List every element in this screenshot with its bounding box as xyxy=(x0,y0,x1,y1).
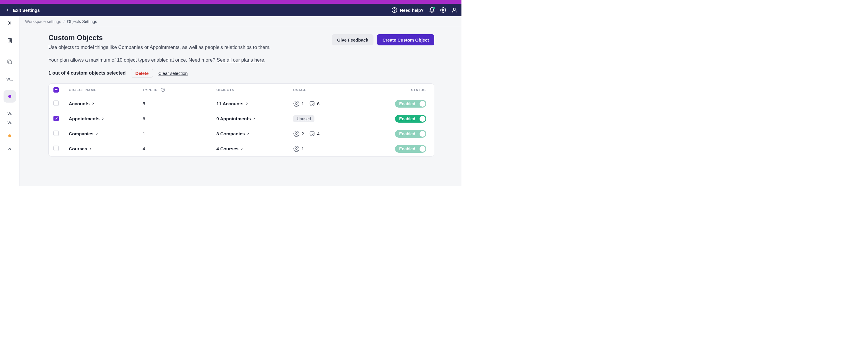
objects-count-link[interactable]: 0 Appointments xyxy=(216,116,256,121)
usage-people-count: 1 xyxy=(302,101,304,106)
breadcrumb-current: Objects Settings xyxy=(67,19,97,24)
sidebar-label-3[interactable]: W. xyxy=(7,120,12,125)
help-circle-icon[interactable] xyxy=(161,88,165,92)
plan-suffix: . xyxy=(264,57,266,63)
object-name-link[interactable]: Appointments xyxy=(69,116,104,121)
building-icon xyxy=(7,38,13,44)
purple-dot-icon xyxy=(8,95,11,98)
type-id: 1 xyxy=(143,131,216,137)
sidebar-item-orange[interactable] xyxy=(4,134,16,138)
main-area: Workspace settings / Objects Settings Cu… xyxy=(20,16,461,186)
usage-cell: 1 xyxy=(293,146,382,152)
copy-icon xyxy=(7,59,13,65)
status-toggle[interactable]: Enabled xyxy=(395,145,426,153)
usage-cell: 1 6 xyxy=(293,101,382,107)
object-name-label: Companies xyxy=(69,131,94,137)
svg-point-18 xyxy=(296,132,297,134)
ticket-icon xyxy=(309,131,315,137)
plan-line: Your plan allows a maximum of 10 object … xyxy=(49,57,271,63)
select-all-checkbox[interactable] xyxy=(54,87,59,93)
usage-cell: 2 4 xyxy=(293,131,382,137)
status-toggle[interactable]: Enabled xyxy=(395,130,426,138)
status-label: Enabled xyxy=(399,146,415,151)
svg-point-20 xyxy=(294,146,299,151)
create-custom-object-button[interactable]: Create Custom Object xyxy=(377,34,434,45)
sidebar-label-1[interactable]: W... xyxy=(6,77,13,81)
user-dashed-circle-icon xyxy=(293,101,300,107)
object-name-link[interactable]: Companies xyxy=(69,131,99,137)
usage-cell: Unused xyxy=(293,115,382,122)
user-icon xyxy=(452,7,457,13)
row-checkbox[interactable] xyxy=(54,101,59,106)
sidebar-item-copy[interactable] xyxy=(4,56,16,68)
user-dashed-circle-icon xyxy=(293,131,300,137)
status-label: Enabled xyxy=(399,132,415,136)
plan-prefix: Your plan allows a maximum of 10 object … xyxy=(49,57,217,63)
profile-button[interactable] xyxy=(452,7,457,13)
table-row: Accounts 5 11 Accounts 1 xyxy=(49,96,434,111)
objects-count-link[interactable]: 11 Accounts xyxy=(216,101,249,106)
sidebar-item-active[interactable] xyxy=(4,90,16,103)
object-name-link[interactable]: Courses xyxy=(69,146,92,151)
svg-rect-11 xyxy=(9,61,12,64)
chevron-right-icon xyxy=(95,132,99,135)
col-header-usage: USAGE xyxy=(293,88,382,92)
table-row: Appointments 6 0 Appointments xyxy=(49,111,434,126)
settings-button[interactable] xyxy=(440,7,446,13)
row-checkbox[interactable] xyxy=(54,146,59,151)
notifications-button[interactable] xyxy=(429,7,435,13)
objects-count-link[interactable]: 4 Courses xyxy=(216,146,244,151)
svg-point-21 xyxy=(296,147,297,149)
objects-count-label: 3 Companies xyxy=(216,131,245,137)
objects-table: OBJECT NAME TYPE ID OBJECTS USAGE STATUS xyxy=(49,83,434,156)
need-help-button[interactable]: Need help? xyxy=(392,7,424,13)
exit-settings-label: Exit Settings xyxy=(13,8,40,13)
page-subtitle: Use objects to model things like Compani… xyxy=(49,44,271,50)
usage-people-count: 2 xyxy=(302,131,304,137)
chevron-right-icon xyxy=(247,132,250,135)
type-id: 5 xyxy=(143,101,216,106)
chevron-right-icon xyxy=(89,147,92,150)
chevron-right-icon xyxy=(92,102,95,105)
usage-tickets-count: 6 xyxy=(317,101,320,106)
objects-count-label: 11 Accounts xyxy=(216,101,244,106)
row-checkbox[interactable] xyxy=(54,116,59,121)
clear-selection-link[interactable]: Clear selection xyxy=(158,71,187,76)
gear-icon xyxy=(440,7,446,13)
object-name-link[interactable]: Accounts xyxy=(69,101,95,106)
row-checkbox[interactable] xyxy=(54,131,59,136)
expand-sidebar-button[interactable] xyxy=(7,20,12,26)
status-toggle[interactable]: Enabled xyxy=(395,100,426,108)
chevron-right-icon xyxy=(253,117,256,120)
delete-button[interactable]: Delete xyxy=(131,69,153,77)
sidebar-rail: W... W. W. W. xyxy=(0,16,20,186)
selection-count: 1 out of 4 custom objects selected xyxy=(49,70,125,76)
give-feedback-button[interactable]: Give Feedback xyxy=(332,34,374,45)
sidebar-label-4[interactable]: W. xyxy=(7,147,12,151)
objects-count-link[interactable]: 3 Companies xyxy=(216,131,250,137)
chevron-right-icon xyxy=(240,147,244,150)
svg-rect-4 xyxy=(8,39,11,43)
sidebar-label-2[interactable]: W. xyxy=(7,111,12,116)
status-label: Enabled xyxy=(399,101,415,106)
usage-people-count: 1 xyxy=(302,146,304,151)
object-name-label: Accounts xyxy=(69,101,90,106)
orange-dot-icon xyxy=(8,134,11,137)
object-name-label: Appointments xyxy=(69,116,99,121)
svg-point-17 xyxy=(294,131,299,136)
plan-link[interactable]: See all our plans here xyxy=(217,57,264,63)
svg-point-2 xyxy=(442,9,444,11)
chevron-double-right-icon xyxy=(7,20,12,26)
status-label: Enabled xyxy=(399,116,415,121)
col-header-type: TYPE ID xyxy=(143,88,158,92)
chevron-right-icon xyxy=(101,117,104,120)
status-toggle[interactable]: Enabled xyxy=(395,115,426,123)
breadcrumb-parent[interactable]: Workspace settings xyxy=(25,19,61,24)
notification-dot xyxy=(433,7,435,9)
exit-settings-button[interactable]: Exit Settings xyxy=(5,7,40,13)
col-header-name: OBJECT NAME xyxy=(69,88,143,92)
sidebar-item-workspace[interactable] xyxy=(4,34,16,47)
help-circle-icon xyxy=(392,7,397,13)
col-header-status: STATUS xyxy=(382,88,426,92)
table-row: Courses 4 4 Courses 1 xyxy=(49,141,434,156)
